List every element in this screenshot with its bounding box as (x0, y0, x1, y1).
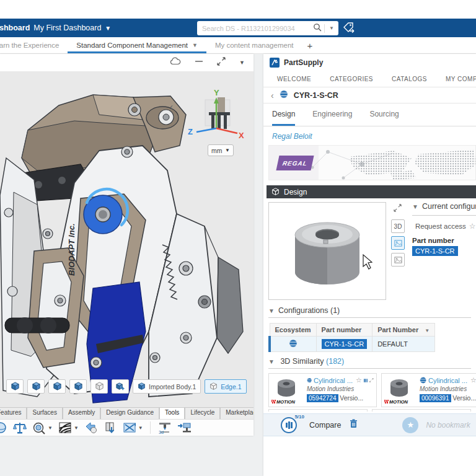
part-thumbnail: MOTION (271, 376, 304, 404)
transform-clone-icon[interactable] (84, 421, 98, 434)
similarity-title[interactable]: ▼ 3D Similarity (182) (268, 357, 471, 369)
bookmark-star-icon[interactable]: ★ (402, 417, 418, 433)
dashboard-switcher[interactable]: Dashboard My First Dashboard ▼ (0, 24, 111, 32)
col-part-number[interactable]: Part number (316, 324, 372, 337)
print-3d-icon[interactable]: 3d (157, 421, 171, 434)
breadcrumb: ‹ CYR-1-S-CR (263, 87, 476, 104)
current-configuration-title[interactable]: ▼Current configuration (412, 202, 476, 216)
dropdown-dot[interactable]: ▼ (74, 425, 79, 431)
supplier-link[interactable]: Regal Beloit (272, 132, 476, 141)
expand-icon[interactable] (369, 377, 374, 383)
ribbon-tab-features[interactable]: Features (0, 407, 27, 419)
part-number-badge[interactable]: CYR-1-S-CR (412, 246, 458, 256)
measure-scale-icon[interactable] (13, 421, 27, 434)
ribbon-tab-lifecycle[interactable]: Lifecycle (185, 407, 220, 419)
trash-icon[interactable] (350, 419, 358, 431)
ribbon-tab-assembly[interactable]: Assembly (63, 407, 100, 419)
partsupply-header: PartSupply (263, 54, 476, 71)
star-icon[interactable]: ☆ (356, 376, 362, 384)
units-dropdown[interactable]: mm▼ (208, 144, 234, 156)
compare-label[interactable]: Compare (309, 421, 341, 430)
cad-viewport[interactable]: BIODAPT Inc. ‹ Y Z X mm▼ (0, 71, 253, 407)
search-options-chevron-icon[interactable]: ▼ (327, 25, 336, 31)
view-3d-button[interactable]: 3D (391, 219, 405, 233)
add-tab-button[interactable]: + (302, 40, 317, 51)
request-access-link[interactable]: Request access (415, 223, 466, 230)
body-cube-button-4[interactable] (69, 379, 87, 394)
nav-tab-catalogs[interactable]: CATALOGS (392, 76, 427, 82)
body-cube-button-2[interactable] (27, 379, 45, 394)
body-cube-button-3[interactable] (48, 379, 66, 394)
ribbon-tab-surfaces[interactable]: Surfaces (27, 407, 62, 419)
expand-icon[interactable] (217, 57, 226, 68)
ribbon-tab-marketplace[interactable]: Marketplace (220, 407, 253, 419)
tab-learn-the-experience[interactable]: Learn the Experience (0, 37, 68, 53)
supplier-name: Motion Industries (420, 386, 476, 392)
dropdown-dot[interactable]: ▼ (48, 425, 53, 431)
part-link[interactable]: Cylindrical ... (428, 377, 467, 384)
edge-selection-chip[interactable]: Edge.1 (205, 379, 246, 394)
similar-part-card-2[interactable]: MOTION Cylindrical ... ☆ Motion Industri… (381, 373, 476, 407)
expand-icon[interactable] (394, 203, 406, 214)
cube-icon (271, 188, 280, 196)
search-input[interactable] (202, 25, 313, 32)
body-cube-button-1[interactable] (6, 379, 24, 394)
tag-share-icon[interactable] (342, 21, 356, 35)
divider (324, 24, 325, 33)
cad-window-toolbar: ▼ (0, 54, 253, 71)
tab-sourcing[interactable]: Sourcing (369, 110, 399, 126)
ribbon-tab-tools[interactable]: Tools (159, 407, 185, 419)
ribbon-tab-design-guidance[interactable]: Design Guidance (100, 407, 159, 419)
minimize-icon[interactable] (195, 57, 203, 68)
part-number-cell: CYR-1-S-CR (316, 337, 372, 352)
part-preview[interactable] (268, 202, 386, 300)
image-view-button-selected[interactable] (391, 236, 405, 250)
globe-icon (307, 377, 312, 384)
chevron-down-icon[interactable]: ▼ (239, 60, 245, 66)
config-cell: DEFAULT (372, 337, 435, 352)
inspect-sphere-icon[interactable] (32, 421, 46, 434)
tab-design[interactable]: Design (272, 110, 295, 126)
collapse-panel-chevron-icon[interactable]: ‹ (170, 101, 173, 112)
cloud-icon[interactable] (170, 57, 181, 68)
section-analysis-icon[interactable] (123, 421, 136, 434)
tab-my-content-management[interactable]: My content management (206, 37, 302, 53)
chevron-down-icon: ▼ (225, 148, 230, 153)
sphere-tool-icon[interactable] (0, 421, 7, 434)
nav-tab-welcome[interactable]: WELCOME (277, 76, 311, 82)
similarity-count: (182) (326, 357, 344, 366)
tab-standard-component-management[interactable]: Standard Component Management ▼ (68, 37, 206, 53)
similar-part-card-1[interactable]: MOTION Cylindrical ... ☆ Motion Industri… (268, 373, 377, 407)
dropdown-dot[interactable]: ▼ (138, 425, 143, 431)
nav-tab-my-company-ecosystem[interactable]: MY COMPANY ECOSYSTEM (446, 76, 476, 82)
image-view-button[interactable] (391, 253, 405, 267)
back-chevron-icon[interactable]: ‹ (271, 90, 274, 100)
export-stack-icon[interactable] (104, 421, 117, 434)
part-id-badge: 00096391 (420, 394, 451, 402)
part-link[interactable]: Cylindrical ... (314, 377, 353, 384)
next-cards-sliver (268, 409, 471, 412)
nav-tab-categories[interactable]: CATEGORIES (330, 76, 373, 82)
compare-gauge-icon[interactable]: 5/10 (281, 417, 297, 433)
star-icon[interactable]: ☆ (470, 376, 476, 384)
configurations-title[interactable]: ▼Configurations (1) (268, 306, 471, 318)
compare-bars-icon[interactable] (364, 377, 368, 384)
configurations-section: ▼Configurations (1) Ecosystem Part numbe… (268, 306, 471, 352)
global-search[interactable]: ▼ (197, 21, 338, 35)
version-text: Versio... (340, 394, 363, 402)
table-row[interactable]: CYR-1-S-CR DEFAULT (270, 337, 435, 352)
col-ecosystem[interactable]: Ecosystem (270, 324, 316, 337)
star-icon[interactable]: ☆ (469, 222, 476, 231)
selection-toolbar: Imported Body.1 Edge.1 (6, 379, 250, 394)
imported-body-chip[interactable]: Imported Body.1 (133, 379, 201, 394)
cube-add-button[interactable] (112, 379, 129, 394)
col-part-number-2[interactable]: Part Number▼ (372, 324, 435, 337)
dashboard-label: Dashboard (0, 24, 30, 32)
zebra-analysis-icon[interactable] (58, 421, 72, 434)
tab-engineering[interactable]: Engineering (312, 110, 352, 126)
ecosystem-cell (270, 337, 316, 352)
chevron-down-icon: ▼ (268, 307, 275, 314)
machine-export-icon[interactable] (177, 421, 190, 434)
outline-cube-button[interactable] (90, 379, 108, 394)
search-icon[interactable] (313, 23, 322, 34)
